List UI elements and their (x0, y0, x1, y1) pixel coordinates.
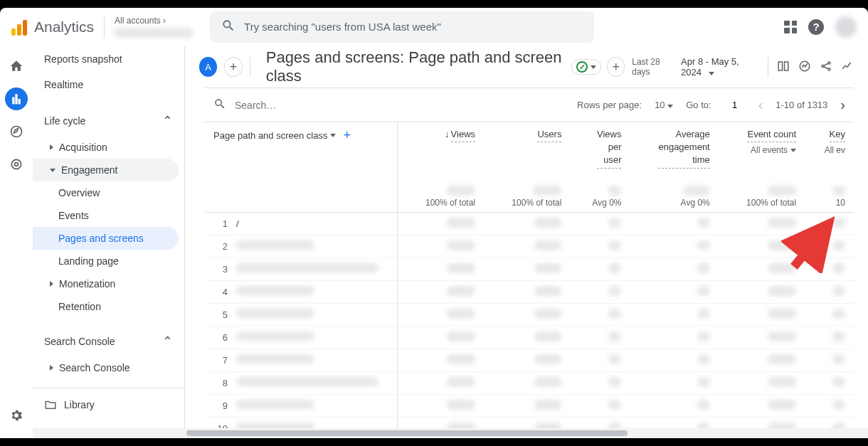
sidebar-overview[interactable]: Overview (33, 181, 179, 204)
redacted-value (608, 263, 621, 273)
redacted-value (608, 331, 621, 341)
redacted-value (832, 331, 845, 341)
table-controls: Rows per page: 10 Go to: ‹ 1-10 of 1313 … (205, 88, 854, 122)
search-input[interactable] (244, 21, 583, 33)
rail-explore[interactable] (5, 120, 28, 143)
redacted-value (608, 377, 621, 387)
sidebar-library[interactable]: Library (33, 388, 184, 421)
redacted-path (236, 377, 379, 386)
redacted-path (236, 263, 379, 272)
sidebar-engagement[interactable]: Engagement (33, 159, 179, 181)
col-avg-engagement[interactable]: Averageengagementtime (630, 122, 718, 173)
redacted-value (768, 377, 796, 387)
share-icon[interactable] (820, 60, 832, 75)
analytics-logo-icon (11, 18, 28, 36)
col-key-events[interactable]: KeyAll ev (805, 122, 854, 173)
table-row[interactable]: 3 (205, 257, 854, 280)
table-row[interactable]: 2 (205, 235, 854, 257)
sidebar-life-cycle[interactable]: Life cycle ⌃ (33, 106, 184, 136)
redacted-path (236, 331, 314, 341)
table-row[interactable]: 1/ (205, 212, 854, 235)
sidebar-pages-and-screens[interactable]: Pages and screens (33, 227, 179, 250)
sidebar-search-console-section[interactable]: Search Console ⌃ (33, 326, 184, 356)
svg-point-6 (822, 65, 824, 67)
redacted-value (832, 240, 845, 250)
redacted-value (697, 263, 710, 273)
redacted-value (697, 240, 710, 250)
col-event-count[interactable]: Event countAll events (719, 122, 805, 173)
redacted-path (236, 354, 314, 363)
compare-icon[interactable] (777, 60, 790, 75)
prev-page-button[interactable]: ‹ (758, 97, 763, 113)
horizontal-scrollbar[interactable] (33, 428, 868, 438)
search-bar[interactable] (210, 11, 594, 43)
customize-report-button[interactable]: + (607, 57, 625, 77)
goto-input[interactable] (724, 100, 746, 110)
redacted-value (832, 186, 845, 196)
redacted-path (236, 309, 314, 318)
insights-icon[interactable] (798, 60, 811, 75)
redacted-value (768, 400, 796, 410)
redacted-value (534, 286, 561, 296)
redacted-value (608, 240, 621, 250)
trend-icon[interactable] (841, 60, 854, 75)
sidebar-realtime[interactable]: Realtime (33, 72, 184, 97)
redacted-value (608, 309, 621, 319)
redacted-value (768, 309, 796, 319)
sidebar-events[interactable]: Events (33, 204, 179, 227)
table-row[interactable]: 6 (205, 326, 854, 349)
sidebar-landing-page[interactable]: Landing page (33, 250, 179, 272)
verified-pill[interactable]: ✓ (571, 59, 601, 75)
rail-advertising[interactable] (5, 153, 28, 176)
caret-down-icon (330, 134, 336, 137)
app-header: Analytics All accounts › ? (0, 8, 868, 46)
table-row[interactable]: 4 (205, 280, 854, 303)
avatar[interactable] (835, 16, 857, 38)
redacted-value (608, 354, 621, 364)
redacted-value (534, 218, 561, 228)
table-row[interactable]: 7 (205, 349, 854, 371)
table-row[interactable]: 8 (205, 371, 854, 394)
table-search-input[interactable] (235, 100, 359, 111)
report-toolbar: A + Pages and screens: Page path and scr… (185, 46, 868, 87)
logo[interactable]: Analytics (11, 18, 94, 36)
redacted-path (236, 286, 314, 295)
sidebar-retention[interactable]: Retention (33, 295, 179, 318)
date-label: Last 28 days (632, 57, 672, 77)
row-number: 4 (213, 287, 228, 297)
table-row[interactable]: 9 (205, 394, 854, 417)
rail-home[interactable] (5, 55, 28, 78)
redacted-value (832, 309, 845, 319)
table-row[interactable]: 5 (205, 303, 854, 326)
apps-icon[interactable] (784, 21, 797, 33)
col-views[interactable]: ↓Views (397, 122, 484, 173)
product-name: Analytics (34, 18, 94, 36)
dimension-selector[interactable]: Page path and screen class (213, 130, 336, 141)
add-dimension-button[interactable]: + (343, 128, 351, 143)
sidebar-reports-snapshot[interactable]: Reports snapshot (33, 46, 184, 72)
rail-reports[interactable] (5, 87, 28, 110)
help-icon[interactable]: ? (808, 19, 824, 35)
col-views-per-user[interactable]: Viewsperuser (570, 122, 630, 173)
redacted-value (832, 286, 845, 296)
row-number: 8 (213, 378, 228, 388)
redacted-path (236, 400, 314, 409)
redacted-value (697, 400, 710, 410)
redacted-value (534, 309, 561, 319)
segment-chip-all[interactable]: A (199, 57, 217, 77)
rows-per-page-select[interactable]: 10 (655, 100, 673, 110)
chevron-up-icon: ⌃ (162, 113, 173, 129)
col-users[interactable]: Users (484, 122, 570, 173)
redacted-value (768, 218, 796, 228)
add-segment-button[interactable]: + (224, 57, 243, 77)
sidebar-search-console[interactable]: Search Console (33, 356, 179, 379)
main-content: A + Pages and screens: Page path and scr… (185, 46, 868, 438)
account-selector[interactable]: All accounts › (115, 16, 193, 38)
redacted-value (697, 218, 710, 228)
event-filter-select[interactable]: All events (751, 145, 796, 155)
rail-admin[interactable] (5, 404, 28, 427)
next-page-button[interactable]: › (840, 97, 845, 113)
date-range[interactable]: Apr 8 - May 5, 2024 (681, 56, 759, 78)
sidebar-monetization[interactable]: Monetization (33, 272, 179, 295)
sidebar-acquisition[interactable]: Acquisition (33, 136, 179, 159)
